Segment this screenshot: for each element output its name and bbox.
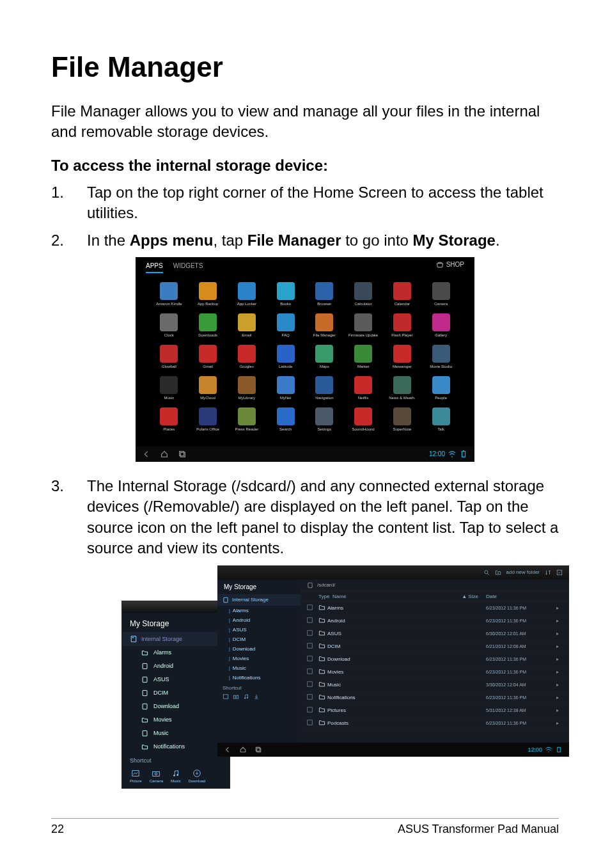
- app-news-weath-[interactable]: News & Weath.: [386, 376, 419, 400]
- checkbox-icon[interactable]: [307, 617, 313, 623]
- side-item-movies[interactable]: |Movies: [217, 654, 301, 663]
- file-row[interactable]: Movies 6/23/2012 11:36 PM ▸: [301, 666, 569, 679]
- file-row[interactable]: Alarms 6/23/2012 11:36 PM ▸: [301, 602, 569, 615]
- app-faq[interactable]: FAQ: [269, 313, 302, 337]
- checkbox-icon[interactable]: [307, 720, 313, 725]
- app-downloads[interactable]: Downloads: [191, 313, 225, 337]
- app-places[interactable]: Places: [152, 407, 186, 431]
- storage-item-download[interactable]: Download: [122, 700, 230, 713]
- app-latitude[interactable]: Latitude: [269, 345, 302, 368]
- checkbox-icon[interactable]: [307, 668, 313, 674]
- app-mynet[interactable]: MyNet: [269, 376, 302, 400]
- checkbox-icon[interactable]: [307, 604, 313, 610]
- file-row[interactable]: DCIM 6/21/2012 12:08 AM ▸: [301, 640, 569, 653]
- app-supernote[interactable]: SuperNote: [386, 407, 419, 431]
- app-google-[interactable]: Google+: [230, 345, 264, 368]
- app-app-backup[interactable]: App Backup: [191, 282, 225, 306]
- side-item-android[interactable]: |Android: [217, 615, 301, 625]
- checkbox-icon[interactable]: [307, 694, 313, 700]
- app-gmail[interactable]: Gmail: [191, 345, 225, 368]
- storage-item-asus[interactable]: ASUS: [122, 673, 230, 686]
- app-gallery[interactable]: Gallery: [424, 313, 458, 337]
- file-row[interactable]: Android 6/23/2012 11:36 PM ▸: [301, 615, 569, 627]
- checkbox-icon[interactable]: [307, 656, 313, 661]
- col-type[interactable]: Type: [318, 594, 327, 599]
- row-more-icon[interactable]: ▸: [556, 656, 563, 662]
- row-more-icon[interactable]: ▸: [556, 618, 563, 624]
- app-navigation[interactable]: Navigation: [308, 376, 341, 400]
- recent-icon[interactable]: [254, 746, 262, 754]
- row-more-icon[interactable]: ▸: [556, 605, 563, 611]
- app-amazon-kindle[interactable]: Amazon Kindle: [152, 282, 186, 306]
- checkbox-icon[interactable]: [307, 630, 313, 636]
- app-books[interactable]: Books: [269, 282, 302, 306]
- row-more-icon[interactable]: ▸: [556, 720, 563, 726]
- app-camera[interactable]: Camera: [424, 282, 458, 306]
- app-movie-studio[interactable]: Movie Studio: [424, 345, 458, 368]
- file-row[interactable]: Notifications 6/23/2012 11:36 PM ▸: [301, 691, 569, 704]
- search-icon[interactable]: [483, 569, 490, 576]
- checkbox-icon[interactable]: [307, 681, 313, 687]
- file-row[interactable]: Pictures 5/31/2012 12:38 AM ▸: [301, 704, 569, 717]
- app-glowball[interactable]: Glowball: [152, 345, 186, 368]
- checkbox-icon[interactable]: [307, 707, 313, 713]
- breadcrumb[interactable]: /sdcard/: [301, 580, 569, 592]
- app-email[interactable]: Email: [230, 313, 264, 337]
- app-market[interactable]: Market: [347, 345, 380, 368]
- storage-item-notifications[interactable]: Notifications: [122, 740, 230, 754]
- side-item-notifications[interactable]: |Notifications: [217, 673, 301, 683]
- app-file-manager[interactable]: File Manager: [308, 313, 341, 337]
- app-polaris-office[interactable]: Polaris Office: [191, 407, 225, 431]
- app-flash-player[interactable]: Flash Player: [386, 313, 419, 337]
- file-row[interactable]: Podcasts 6/23/2012 11:36 PM ▸: [301, 717, 569, 730]
- storage-item-dcim[interactable]: DCIM: [122, 686, 230, 700]
- row-more-icon[interactable]: ▸: [556, 643, 563, 649]
- app-app-locker[interactable]: App Locker: [230, 282, 264, 306]
- row-more-icon[interactable]: ▸: [556, 695, 563, 700]
- side-item-download[interactable]: |Download: [217, 644, 301, 654]
- file-row[interactable]: Download 6/23/2012 11:36 PM ▸: [301, 653, 569, 666]
- side-item-alarms[interactable]: |Alarms: [217, 606, 301, 615]
- sort-icon[interactable]: [545, 569, 551, 576]
- home-icon[interactable]: [160, 450, 169, 459]
- shortcut-music-icon[interactable]: [243, 693, 249, 700]
- app-talk[interactable]: Talk: [424, 407, 458, 431]
- tab-widgets[interactable]: WIDGETS: [173, 262, 203, 273]
- row-more-icon[interactable]: ▸: [556, 631, 563, 636]
- storage-item-movies[interactable]: Movies: [122, 713, 230, 727]
- row-more-icon[interactable]: ▸: [556, 669, 563, 675]
- select-icon[interactable]: [556, 569, 563, 576]
- storage-item-android[interactable]: Android: [122, 659, 230, 673]
- internal-storage-header[interactable]: Internal Storage: [122, 632, 230, 646]
- app-mylibrary[interactable]: MyLibrary: [230, 376, 264, 400]
- app-people[interactable]: People: [424, 376, 458, 400]
- app-mycloud[interactable]: MyCloud: [191, 376, 225, 400]
- tab-apps[interactable]: APPS: [146, 262, 163, 273]
- app-messenger[interactable]: Messenger: [386, 345, 419, 368]
- storage-item-alarms[interactable]: Alarms: [122, 646, 230, 659]
- shop-button[interactable]: SHOP: [436, 261, 464, 269]
- side-item-dcim[interactable]: |DCIM: [217, 635, 301, 644]
- storage-item-music[interactable]: Music: [122, 727, 230, 740]
- app-calculator[interactable]: Calculator: [347, 282, 380, 306]
- app-maps[interactable]: Maps: [308, 345, 341, 368]
- shortcut-picture[interactable]: Picture: [130, 769, 142, 783]
- shortcut-camera[interactable]: Camera: [150, 769, 163, 783]
- back-icon[interactable]: [142, 450, 151, 459]
- app-netflix[interactable]: Netflix: [347, 376, 380, 400]
- app-press-reader[interactable]: Press Reader: [230, 407, 264, 431]
- recent-icon[interactable]: [178, 450, 187, 459]
- shortcut-download-icon[interactable]: [253, 693, 260, 700]
- col-date[interactable]: Date: [486, 594, 556, 599]
- app-search[interactable]: Search: [269, 407, 302, 431]
- file-row[interactable]: Music 3/30/2012 12:04 AM ▸: [301, 679, 569, 691]
- new-folder-icon[interactable]: [495, 569, 501, 576]
- app-music[interactable]: Music: [152, 376, 186, 400]
- back-icon[interactable]: [224, 746, 231, 754]
- col-name[interactable]: Name: [327, 594, 454, 599]
- row-more-icon[interactable]: ▸: [556, 707, 563, 713]
- app-settings[interactable]: Settings: [308, 407, 341, 431]
- row-more-icon[interactable]: ▸: [556, 682, 563, 688]
- checkbox-icon[interactable]: [307, 643, 313, 649]
- home-icon[interactable]: [239, 746, 247, 754]
